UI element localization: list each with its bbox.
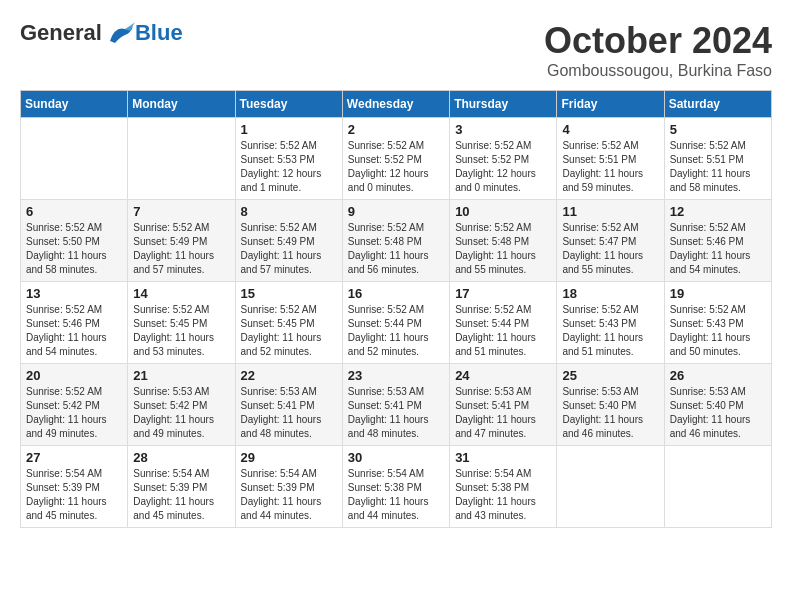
day-info: Sunrise: 5:52 AM Sunset: 5:48 PM Dayligh…: [455, 221, 551, 277]
day-info: Sunrise: 5:52 AM Sunset: 5:45 PM Dayligh…: [133, 303, 229, 359]
day-number: 29: [241, 450, 337, 465]
day-number: 20: [26, 368, 122, 383]
day-number: 17: [455, 286, 551, 301]
day-number: 22: [241, 368, 337, 383]
day-info: Sunrise: 5:52 AM Sunset: 5:53 PM Dayligh…: [241, 139, 337, 195]
calendar-cell: 17Sunrise: 5:52 AM Sunset: 5:44 PM Dayli…: [450, 282, 557, 364]
calendar-cell: 26Sunrise: 5:53 AM Sunset: 5:40 PM Dayli…: [664, 364, 771, 446]
day-info: Sunrise: 5:52 AM Sunset: 5:52 PM Dayligh…: [348, 139, 444, 195]
day-info: Sunrise: 5:52 AM Sunset: 5:47 PM Dayligh…: [562, 221, 658, 277]
calendar-cell: 25Sunrise: 5:53 AM Sunset: 5:40 PM Dayli…: [557, 364, 664, 446]
calendar-header-monday: Monday: [128, 91, 235, 118]
calendar-week-4: 20Sunrise: 5:52 AM Sunset: 5:42 PM Dayli…: [21, 364, 772, 446]
day-number: 11: [562, 204, 658, 219]
day-number: 28: [133, 450, 229, 465]
calendar-cell: 1Sunrise: 5:52 AM Sunset: 5:53 PM Daylig…: [235, 118, 342, 200]
calendar-cell: [21, 118, 128, 200]
day-info: Sunrise: 5:54 AM Sunset: 5:38 PM Dayligh…: [455, 467, 551, 523]
day-number: 13: [26, 286, 122, 301]
calendar-cell: 22Sunrise: 5:53 AM Sunset: 5:41 PM Dayli…: [235, 364, 342, 446]
day-number: 16: [348, 286, 444, 301]
calendar-cell: 16Sunrise: 5:52 AM Sunset: 5:44 PM Dayli…: [342, 282, 449, 364]
calendar-cell: 13Sunrise: 5:52 AM Sunset: 5:46 PM Dayli…: [21, 282, 128, 364]
day-number: 18: [562, 286, 658, 301]
calendar-cell: 7Sunrise: 5:52 AM Sunset: 5:49 PM Daylig…: [128, 200, 235, 282]
calendar-header-row: SundayMondayTuesdayWednesdayThursdayFrid…: [21, 91, 772, 118]
calendar-cell: 28Sunrise: 5:54 AM Sunset: 5:39 PM Dayli…: [128, 446, 235, 528]
calendar-cell: 10Sunrise: 5:52 AM Sunset: 5:48 PM Dayli…: [450, 200, 557, 282]
calendar-cell: 2Sunrise: 5:52 AM Sunset: 5:52 PM Daylig…: [342, 118, 449, 200]
day-info: Sunrise: 5:53 AM Sunset: 5:41 PM Dayligh…: [241, 385, 337, 441]
calendar-header-friday: Friday: [557, 91, 664, 118]
calendar-cell: 24Sunrise: 5:53 AM Sunset: 5:41 PM Dayli…: [450, 364, 557, 446]
day-info: Sunrise: 5:54 AM Sunset: 5:38 PM Dayligh…: [348, 467, 444, 523]
logo: General Blue: [20, 20, 183, 46]
day-number: 30: [348, 450, 444, 465]
calendar-cell: 21Sunrise: 5:53 AM Sunset: 5:42 PM Dayli…: [128, 364, 235, 446]
day-info: Sunrise: 5:54 AM Sunset: 5:39 PM Dayligh…: [241, 467, 337, 523]
day-info: Sunrise: 5:52 AM Sunset: 5:44 PM Dayligh…: [455, 303, 551, 359]
title-area: October 2024 Gomboussougou, Burkina Faso: [544, 20, 772, 80]
calendar-week-1: 1Sunrise: 5:52 AM Sunset: 5:53 PM Daylig…: [21, 118, 772, 200]
day-number: 14: [133, 286, 229, 301]
day-number: 12: [670, 204, 766, 219]
calendar-cell: 20Sunrise: 5:52 AM Sunset: 5:42 PM Dayli…: [21, 364, 128, 446]
page-header: General Blue October 2024 Gomboussougou,…: [20, 20, 772, 80]
day-number: 21: [133, 368, 229, 383]
calendar-week-2: 6Sunrise: 5:52 AM Sunset: 5:50 PM Daylig…: [21, 200, 772, 282]
day-info: Sunrise: 5:52 AM Sunset: 5:45 PM Dayligh…: [241, 303, 337, 359]
calendar-cell: 14Sunrise: 5:52 AM Sunset: 5:45 PM Dayli…: [128, 282, 235, 364]
calendar-cell: 30Sunrise: 5:54 AM Sunset: 5:38 PM Dayli…: [342, 446, 449, 528]
calendar-cell: 4Sunrise: 5:52 AM Sunset: 5:51 PM Daylig…: [557, 118, 664, 200]
day-number: 3: [455, 122, 551, 137]
calendar-cell: 31Sunrise: 5:54 AM Sunset: 5:38 PM Dayli…: [450, 446, 557, 528]
day-number: 31: [455, 450, 551, 465]
calendar-cell: [664, 446, 771, 528]
day-number: 4: [562, 122, 658, 137]
calendar-cell: 5Sunrise: 5:52 AM Sunset: 5:51 PM Daylig…: [664, 118, 771, 200]
day-info: Sunrise: 5:53 AM Sunset: 5:42 PM Dayligh…: [133, 385, 229, 441]
day-number: 6: [26, 204, 122, 219]
calendar-cell: 3Sunrise: 5:52 AM Sunset: 5:52 PM Daylig…: [450, 118, 557, 200]
calendar-cell: 18Sunrise: 5:52 AM Sunset: 5:43 PM Dayli…: [557, 282, 664, 364]
calendar-cell: 12Sunrise: 5:52 AM Sunset: 5:46 PM Dayli…: [664, 200, 771, 282]
calendar-header-sunday: Sunday: [21, 91, 128, 118]
month-title: October 2024: [544, 20, 772, 62]
day-number: 5: [670, 122, 766, 137]
calendar-cell: 19Sunrise: 5:52 AM Sunset: 5:43 PM Dayli…: [664, 282, 771, 364]
day-number: 1: [241, 122, 337, 137]
calendar-week-5: 27Sunrise: 5:54 AM Sunset: 5:39 PM Dayli…: [21, 446, 772, 528]
day-number: 24: [455, 368, 551, 383]
day-info: Sunrise: 5:52 AM Sunset: 5:42 PM Dayligh…: [26, 385, 122, 441]
day-info: Sunrise: 5:54 AM Sunset: 5:39 PM Dayligh…: [133, 467, 229, 523]
day-info: Sunrise: 5:53 AM Sunset: 5:40 PM Dayligh…: [670, 385, 766, 441]
logo-general-text: General: [20, 20, 102, 46]
calendar-cell: 8Sunrise: 5:52 AM Sunset: 5:49 PM Daylig…: [235, 200, 342, 282]
day-number: 2: [348, 122, 444, 137]
logo-blue-text: Blue: [135, 20, 183, 46]
day-info: Sunrise: 5:52 AM Sunset: 5:46 PM Dayligh…: [26, 303, 122, 359]
day-number: 8: [241, 204, 337, 219]
calendar-cell: 27Sunrise: 5:54 AM Sunset: 5:39 PM Dayli…: [21, 446, 128, 528]
day-number: 7: [133, 204, 229, 219]
day-number: 23: [348, 368, 444, 383]
day-number: 15: [241, 286, 337, 301]
location-title: Gomboussougou, Burkina Faso: [544, 62, 772, 80]
calendar-week-3: 13Sunrise: 5:52 AM Sunset: 5:46 PM Dayli…: [21, 282, 772, 364]
day-info: Sunrise: 5:52 AM Sunset: 5:51 PM Dayligh…: [562, 139, 658, 195]
day-number: 10: [455, 204, 551, 219]
day-info: Sunrise: 5:52 AM Sunset: 5:49 PM Dayligh…: [241, 221, 337, 277]
day-number: 19: [670, 286, 766, 301]
day-info: Sunrise: 5:53 AM Sunset: 5:41 PM Dayligh…: [455, 385, 551, 441]
logo-bird-icon: [105, 21, 135, 46]
day-info: Sunrise: 5:52 AM Sunset: 5:49 PM Dayligh…: [133, 221, 229, 277]
day-info: Sunrise: 5:52 AM Sunset: 5:44 PM Dayligh…: [348, 303, 444, 359]
day-info: Sunrise: 5:52 AM Sunset: 5:48 PM Dayligh…: [348, 221, 444, 277]
day-number: 25: [562, 368, 658, 383]
day-info: Sunrise: 5:52 AM Sunset: 5:46 PM Dayligh…: [670, 221, 766, 277]
calendar-cell: [557, 446, 664, 528]
calendar-header-thursday: Thursday: [450, 91, 557, 118]
day-number: 27: [26, 450, 122, 465]
day-info: Sunrise: 5:52 AM Sunset: 5:51 PM Dayligh…: [670, 139, 766, 195]
calendar-cell: 23Sunrise: 5:53 AM Sunset: 5:41 PM Dayli…: [342, 364, 449, 446]
